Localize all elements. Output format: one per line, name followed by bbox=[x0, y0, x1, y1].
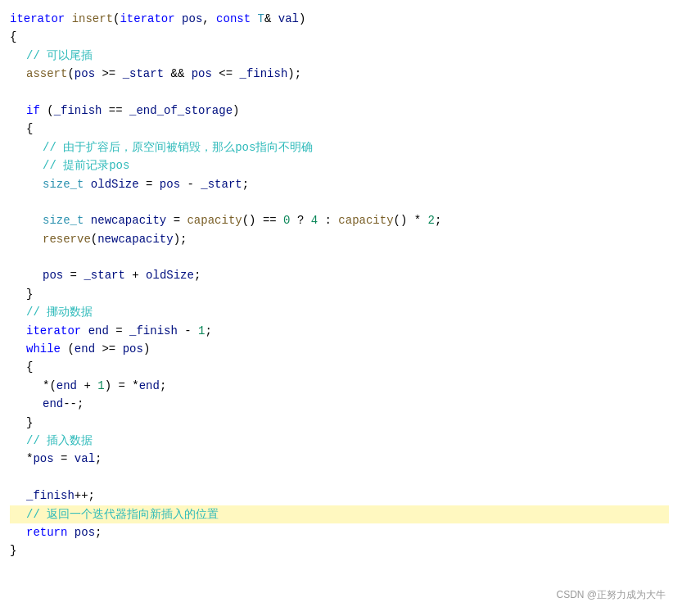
code-line: { bbox=[10, 120, 669, 138]
code-text: } bbox=[26, 414, 33, 432]
code-text: } bbox=[10, 541, 16, 559]
code-text: size_t newcapacity = capacity() == 0 ? 4… bbox=[43, 211, 441, 229]
code-line: end--; bbox=[10, 395, 669, 413]
code-text: while (end >= pos) bbox=[26, 340, 150, 358]
code-line: // 由于扩容后，原空间被销毁，那么pos指向不明确 bbox=[10, 138, 669, 156]
code-line: // 返回一个迭代器指向新插入的位置 bbox=[10, 505, 669, 523]
code-text: size_t oldSize = pos - _start; bbox=[43, 175, 249, 193]
code-line: size_t newcapacity = capacity() == 0 ? 4… bbox=[10, 211, 669, 229]
code-line: return pos; bbox=[10, 523, 669, 541]
code-text: pos = _start + oldSize; bbox=[43, 266, 201, 284]
code-text: iterator end = _finish - 1; bbox=[26, 322, 212, 340]
code-text: if (_finish == _end_of_storage) bbox=[26, 102, 239, 120]
code-text: // 可以尾插 bbox=[26, 47, 93, 65]
code-text: { bbox=[26, 120, 33, 138]
code-text: *(end + 1) = *end; bbox=[43, 377, 166, 395]
code-line: if (_finish == _end_of_storage) bbox=[10, 102, 669, 120]
code-text: *pos = val; bbox=[26, 450, 102, 468]
code-line: *(end + 1) = *end; bbox=[10, 377, 669, 395]
code-line: { bbox=[10, 28, 669, 46]
code-line: while (end >= pos) bbox=[10, 340, 669, 358]
code-line: } bbox=[10, 414, 669, 432]
code-container: iterator insert(iterator pos, const T& v… bbox=[0, 0, 682, 616]
code-text: } bbox=[26, 285, 33, 303]
code-line: // 挪动数据 bbox=[10, 303, 669, 321]
code-text: iterator insert(iterator pos, const T& v… bbox=[10, 10, 305, 28]
watermark: CSDN @正努力成为大牛 bbox=[556, 587, 666, 603]
code-line: iterator end = _finish - 1; bbox=[10, 322, 669, 340]
code-text: return pos; bbox=[26, 523, 102, 541]
code-line: pos = _start + oldSize; bbox=[10, 266, 669, 284]
code-line bbox=[10, 193, 669, 211]
code-text: // 插入数据 bbox=[26, 432, 93, 450]
code-line bbox=[10, 248, 669, 266]
code-line: // 提前记录pos bbox=[10, 156, 669, 174]
code-block: iterator insert(iterator pos, const T& v… bbox=[10, 10, 669, 560]
code-text: // 提前记录pos bbox=[43, 156, 129, 174]
code-text: reserve(newcapacity); bbox=[43, 230, 187, 248]
code-line: size_t oldSize = pos - _start; bbox=[10, 175, 669, 193]
code-line: } bbox=[10, 285, 669, 303]
code-text: end--; bbox=[43, 395, 84, 413]
code-line: // 插入数据 bbox=[10, 432, 669, 450]
code-line: // 可以尾插 bbox=[10, 47, 669, 65]
code-text: // 返回一个迭代器指向新插入的位置 bbox=[26, 505, 219, 523]
code-line: } bbox=[10, 541, 669, 559]
code-line bbox=[10, 469, 669, 487]
code-line: *pos = val; bbox=[10, 450, 669, 468]
code-line: iterator insert(iterator pos, const T& v… bbox=[10, 10, 669, 28]
code-line: reserve(newcapacity); bbox=[10, 230, 669, 248]
code-line: _finish++; bbox=[10, 487, 669, 505]
code-line: assert(pos >= _start && pos <= _finish); bbox=[10, 65, 669, 83]
code-text: // 挪动数据 bbox=[26, 303, 93, 321]
code-text: _finish++; bbox=[26, 487, 95, 505]
code-line: { bbox=[10, 358, 669, 376]
code-text: // 由于扩容后，原空间被销毁，那么pos指向不明确 bbox=[43, 138, 313, 156]
code-text: assert(pos >= _start && pos <= _finish); bbox=[26, 65, 301, 83]
code-line bbox=[10, 84, 669, 102]
code-text: { bbox=[26, 358, 33, 376]
code-text: { bbox=[10, 28, 16, 46]
